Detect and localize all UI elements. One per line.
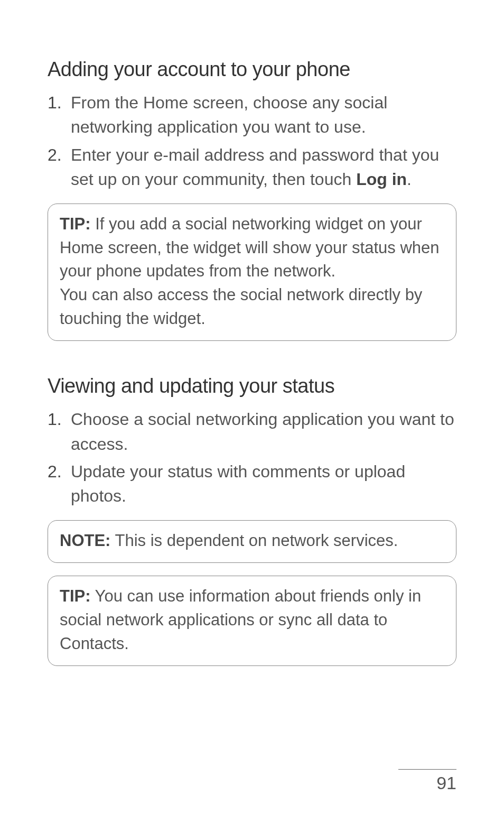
bold-text: Log in [356, 170, 407, 189]
list-item: 1. From the Home screen, choose any soci… [48, 90, 456, 140]
step-text: Choose a social networking application y… [71, 410, 454, 453]
list-item: 2. Enter your e-mail address and passwor… [48, 143, 456, 192]
note-box: NOTE: This is dependent on network servi… [48, 520, 456, 563]
document-page: Adding your account to your phone 1. Fro… [0, 0, 504, 823]
steps-viewing-status: 1. Choose a social networking applicatio… [48, 407, 456, 508]
heading-adding-account: Adding your account to your phone [48, 58, 456, 81]
heading-viewing-status: Viewing and updating your status [48, 375, 456, 397]
tip-text-followup: You can also access the social network d… [60, 283, 444, 331]
page-footer: 91 [398, 769, 456, 793]
tip-box-contacts: TIP: You can use information about frien… [48, 576, 456, 666]
note-text: This is dependent on network services. [110, 531, 398, 550]
tip-text: If you add a social networking widget on… [60, 215, 440, 281]
step-text: Update your status with comments or uplo… [71, 462, 405, 505]
steps-adding-account: 1. From the Home screen, choose any soci… [48, 90, 456, 192]
spacer [48, 354, 456, 375]
footer-rule [398, 769, 456, 770]
step-number: 2. [48, 459, 62, 484]
step-number: 1. [48, 90, 62, 115]
list-item: 1. Choose a social networking applicatio… [48, 407, 456, 456]
list-item: 2. Update your status with comments or u… [48, 459, 456, 508]
step-number: 1. [48, 407, 62, 431]
tip-text: You can use information about friends on… [60, 587, 421, 653]
note-label: NOTE: [60, 531, 110, 550]
tip-label: TIP: [60, 215, 91, 233]
page-number: 91 [398, 773, 456, 793]
step-number: 2. [48, 143, 62, 167]
step-text: From the Home screen, choose any social … [71, 93, 387, 136]
tip-box-widget: TIP: If you add a social networking widg… [48, 204, 456, 341]
tip-label: TIP: [60, 587, 91, 605]
step-text-after: . [407, 170, 412, 189]
